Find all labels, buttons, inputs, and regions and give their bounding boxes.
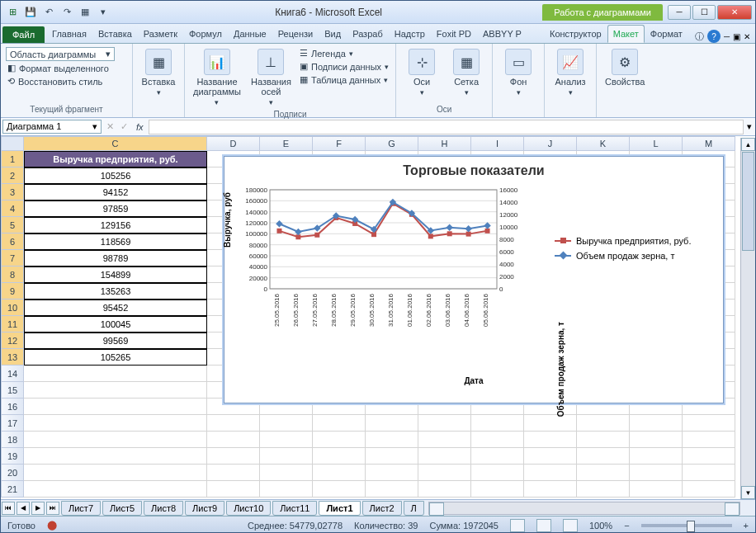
empty-cell[interactable] [418, 415, 471, 432]
legend-button[interactable]: ☰Легенда [298, 47, 390, 59]
minimize-ribbon-icon[interactable]: ⓘ [695, 31, 704, 43]
empty-cell[interactable] [24, 481, 207, 498]
data-cell[interactable]: 105265 [24, 349, 207, 366]
data-cell[interactable]: 94152 [24, 184, 207, 200]
tab-data[interactable]: Данные [228, 25, 272, 43]
fx-accept-icon[interactable]: ✓ [117, 121, 131, 132]
tab-formulas[interactable]: Формул [183, 25, 228, 43]
sheet-tab[interactable]: Лист7 [61, 501, 101, 516]
redo-icon[interactable]: ↷ [59, 4, 75, 21]
empty-cell[interactable] [207, 465, 260, 481]
sheet-tab[interactable]: Лист9 [185, 501, 224, 516]
background-button[interactable]: ▭Фон [498, 47, 539, 98]
maximize-button[interactable]: ☐ [692, 5, 716, 20]
empty-cell[interactable] [260, 448, 313, 465]
tab-chart-layout[interactable]: Макет [607, 25, 645, 43]
row-header[interactable]: 21 [1, 481, 24, 498]
empty-cell[interactable] [366, 481, 418, 498]
column-header[interactable]: K [577, 136, 630, 151]
tab-layout[interactable]: Разметк [138, 25, 183, 43]
zoom-slider[interactable] [641, 524, 732, 527]
tab-insert[interactable]: Вставка [92, 25, 138, 43]
data-cell[interactable]: 135263 [24, 283, 207, 300]
data-cell[interactable]: 105256 [24, 167, 207, 184]
data-cell[interactable]: 98789 [24, 250, 207, 266]
name-box[interactable]: Диаграмма 1▾ [2, 120, 102, 134]
axis-titles-button[interactable]: ⊥Названия осей [248, 47, 295, 108]
format-selection-button[interactable]: ◧Формат выделенного [6, 62, 115, 74]
tab-chart-design[interactable]: Конструктор [544, 25, 607, 43]
column-header[interactable]: E [260, 136, 313, 151]
empty-cell[interactable] [577, 448, 630, 465]
doc-minimize-icon[interactable]: ─ [724, 32, 730, 41]
empty-cell[interactable] [418, 448, 471, 465]
data-cell[interactable]: 129156 [24, 217, 207, 233]
tab-home[interactable]: Главная [46, 25, 92, 43]
empty-cell[interactable] [630, 432, 683, 448]
file-tab[interactable]: Файл [2, 26, 45, 43]
data-cell[interactable]: 154899 [24, 266, 207, 283]
row-header[interactable]: 14 [1, 366, 24, 382]
tab-nav-last[interactable]: ⏭ [46, 502, 59, 515]
empty-cell[interactable] [630, 448, 683, 465]
row-header[interactable]: 20 [1, 465, 24, 481]
empty-cell[interactable] [260, 465, 313, 481]
empty-cell[interactable] [260, 415, 313, 432]
save-icon[interactable]: 💾 [22, 4, 39, 21]
scroll-thumb[interactable] [742, 152, 754, 251]
row-header[interactable]: 6 [1, 233, 24, 250]
view-layout-icon[interactable] [536, 519, 551, 532]
empty-cell[interactable] [24, 448, 207, 465]
row-header[interactable]: 16 [1, 399, 24, 415]
qat-dropdown-icon[interactable]: ▾ [95, 4, 111, 21]
empty-cell[interactable] [24, 366, 207, 382]
row-header[interactable]: 3 [1, 184, 24, 200]
tab-nav-prev[interactable]: ◀ [17, 502, 30, 515]
empty-cell[interactable] [366, 465, 418, 481]
close-button[interactable]: ✕ [717, 5, 752, 20]
doc-close-icon[interactable]: ✕ [744, 32, 750, 41]
row-header[interactable]: 7 [1, 250, 24, 266]
sheet-tab[interactable]: Лист10 [226, 501, 271, 516]
reset-style-button[interactable]: ⟲Восстановить стиль [6, 75, 115, 87]
embedded-chart[interactable]: Торговые показатели Выручка, руб Объем п… [224, 156, 724, 403]
row-header[interactable]: 2 [1, 167, 24, 184]
data-cell[interactable]: 95452 [24, 300, 207, 316]
minimize-button[interactable]: ─ [668, 5, 691, 20]
empty-cell[interactable] [524, 481, 577, 498]
empty-cell[interactable] [366, 448, 418, 465]
row-header[interactable]: 4 [1, 200, 24, 217]
empty-cell[interactable] [524, 432, 577, 448]
row-header[interactable]: 18 [1, 432, 24, 448]
empty-cell[interactable] [524, 448, 577, 465]
empty-cell[interactable] [366, 432, 418, 448]
row-header[interactable]: 11 [1, 316, 24, 333]
column-header[interactable]: C [24, 136, 207, 151]
chart-element-combo[interactable]: Область диаграммы▾ [6, 47, 115, 61]
sheet-tab[interactable]: Лист2 [362, 501, 402, 516]
empty-cell[interactable] [260, 481, 313, 498]
gridlines-button[interactable]: ▦Сетка [446, 47, 487, 98]
horizontal-scrollbar[interactable] [428, 502, 740, 515]
empty-cell[interactable] [630, 465, 683, 481]
empty-cell[interactable] [207, 448, 260, 465]
empty-cell[interactable] [24, 465, 207, 481]
column-header[interactable]: D [207, 136, 260, 151]
row-header[interactable]: 5 [1, 217, 24, 233]
row-header[interactable]: 17 [1, 415, 24, 432]
chart-title-button[interactable]: 📊Название диаграммы [190, 47, 244, 108]
row-header[interactable]: 19 [1, 448, 24, 465]
sheet-tab[interactable]: Лист5 [102, 501, 142, 516]
empty-cell[interactable] [524, 465, 577, 481]
analysis-button[interactable]: 📈Анализ [550, 47, 591, 98]
vertical-scrollbar[interactable]: ▲ ▼ [740, 138, 755, 499]
empty-cell[interactable] [418, 481, 471, 498]
empty-cell[interactable] [471, 448, 524, 465]
empty-cell[interactable] [683, 432, 735, 448]
empty-cell[interactable] [471, 415, 524, 432]
empty-cell[interactable] [683, 448, 735, 465]
empty-cell[interactable] [313, 432, 366, 448]
row-header[interactable]: 13 [1, 349, 24, 366]
axes-button[interactable]: ⊹Оси [401, 47, 442, 98]
tab-abbyy[interactable]: ABBYY P [477, 25, 527, 43]
